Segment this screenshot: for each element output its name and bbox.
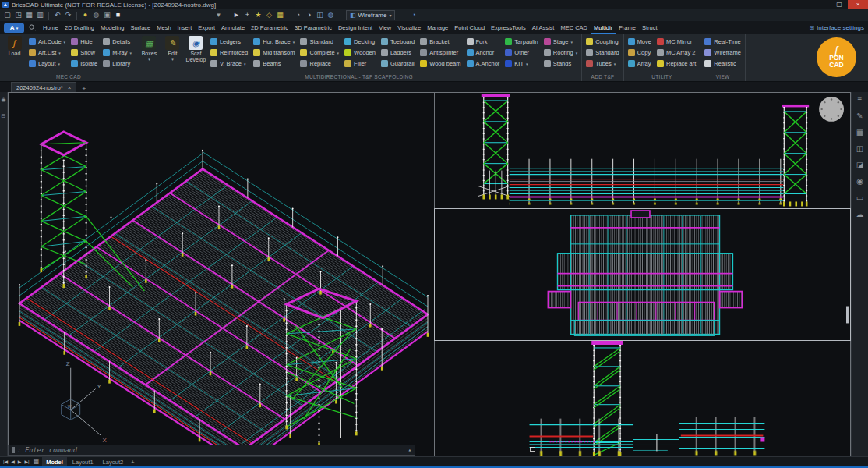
complete-button[interactable]: Complete▾ — [298, 48, 340, 58]
replace-art-button[interactable]: Replace art — [655, 58, 697, 69]
cursor-tool-icon[interactable]: ► — [232, 12, 241, 19]
layout-nav-3-button[interactable]: ▶| — [23, 459, 30, 464]
layout-tab-layout1[interactable]: Layout1 — [69, 457, 97, 466]
realistic-button[interactable]: Realistic — [703, 58, 743, 69]
ribbon-tab-frame[interactable]: Frame — [616, 21, 639, 34]
layout-button[interactable]: Layout▾ — [27, 58, 67, 69]
replace-button[interactable]: Replace — [298, 58, 340, 69]
wireframe-button[interactable]: Wireframe — [703, 48, 743, 58]
viewport-front-elevation[interactable] — [434, 92, 851, 209]
layout-nav-0-button[interactable]: |◀ — [2, 459, 9, 464]
wood-beam-button[interactable]: Wood beam — [418, 58, 462, 69]
move-button[interactable]: Move — [626, 37, 653, 47]
interface-settings-button[interactable]: ⊞ Interface settings — [809, 24, 864, 31]
viewport-side-elevation[interactable] — [434, 340, 851, 456]
save-icon[interactable]: ▦ — [25, 12, 34, 19]
mc-array-2-button[interactable]: MC Array 2 — [655, 48, 697, 58]
tubes-button[interactable]: Tubes▾ — [584, 58, 620, 69]
plan-scrollbar[interactable] — [846, 307, 849, 324]
layout-tab-model[interactable]: Model — [42, 457, 67, 466]
search-icon[interactable] — [29, 24, 36, 31]
ribbon-tab-visualize[interactable]: Visualize — [394, 21, 424, 34]
isolate-button[interactable]: Isolate — [69, 58, 99, 69]
ribbon-tab-expresstools[interactable]: ExpressTools — [488, 21, 529, 34]
filler-button[interactable]: Filler — [343, 58, 377, 69]
hint-pin-icon[interactable]: ◉ — [1, 97, 5, 102]
open-file-icon[interactable]: ◳ — [14, 12, 23, 19]
layout-tab-layout2[interactable]: Layout2 — [99, 457, 128, 466]
v-brace-button[interactable]: V. Brace▾ — [209, 58, 249, 69]
crosshair-tool-icon[interactable]: + — [243, 12, 252, 19]
boxes-button[interactable]: ▦Boxes▾ — [139, 34, 160, 73]
bracket-button[interactable]: Bracket — [418, 37, 462, 47]
ribbon-tab-export[interactable]: Export — [195, 21, 218, 34]
help-icon[interactable]: ◔ — [409, 12, 418, 19]
reinforced-button[interactable]: Reinforced — [209, 48, 249, 58]
new-layout-button[interactable]: + — [129, 459, 136, 466]
mid-transom-button[interactable]: Mid transom — [252, 48, 296, 58]
copy-button[interactable]: Copy — [626, 48, 653, 58]
render-materials-icon[interactable]: ◪ — [856, 161, 863, 169]
annotate-sheets-icon[interactable]: ✎ — [856, 112, 863, 120]
maximize-button[interactable]: ▢ — [831, 0, 848, 9]
library-button[interactable]: Library — [101, 58, 133, 69]
track-tool-icon[interactable]: ◇ — [265, 12, 273, 19]
edit-button[interactable]: ✎Edit▾ — [162, 34, 183, 73]
application-menu-button[interactable]: A ▾ — [4, 23, 24, 33]
qat-overflow-chevron[interactable]: ▾ — [214, 12, 223, 19]
layout-nav-1-button[interactable]: ◀ — [10, 459, 16, 464]
hor-brace-button[interactable]: Hor. Brace▾ — [252, 37, 296, 47]
color-swatch-white[interactable]: ■ — [114, 12, 122, 19]
m-ray-button[interactable]: M-ray▾ — [101, 48, 133, 58]
ledgers-button[interactable]: Ledgers — [209, 37, 249, 47]
lights-icon[interactable]: ◉ — [856, 178, 863, 186]
hide-button[interactable]: Hide — [69, 37, 99, 47]
art-code-button[interactable]: Art.Code▾ — [27, 37, 67, 47]
ribbon-tab-2d-drafting[interactable]: 2D Drafting — [62, 21, 97, 34]
details-button[interactable]: Details — [101, 37, 133, 47]
array-button[interactable]: Array — [626, 58, 653, 69]
ribbon-tab-3d-parametric[interactable]: 3D Parametric — [291, 21, 335, 34]
layout-list-icon[interactable]: ▦ — [34, 459, 40, 465]
ribbon-tab-mesh[interactable]: Mesh — [153, 21, 174, 34]
snap-tool-icon[interactable]: ★ — [254, 12, 263, 19]
command-collapse-chevron-icon[interactable]: ▴ — [408, 447, 411, 453]
standard-button[interactable]: Standard — [298, 37, 340, 47]
attachments-icon[interactable]: ◫ — [856, 145, 863, 153]
display-monitor-icon[interactable]: ▭ — [856, 194, 863, 202]
lamp-status-icon[interactable]: ● — [81, 12, 90, 19]
minimize-button[interactable]: – — [813, 0, 831, 9]
shade-icon[interactable]: ◑ — [305, 12, 313, 19]
viewcube-icon[interactable]: ◫ — [316, 12, 324, 19]
cloud-icon[interactable]: ☁ — [856, 211, 864, 218]
other-button[interactable]: Other — [503, 48, 539, 58]
new-file-icon[interactable]: ▢ — [3, 12, 12, 19]
wooden-button[interactable]: Wooden — [343, 48, 377, 58]
plan-canvas[interactable] — [435, 209, 850, 341]
ribbon-tab-mec-cad[interactable]: MEC CAD — [557, 21, 591, 34]
ribbon-tab-ai-assist[interactable]: AI Assist — [529, 21, 558, 34]
gridsnap-tool-icon[interactable]: ▦ — [276, 12, 284, 19]
viewport-isometric[interactable]: Z Y X W — [8, 92, 435, 456]
real-time-button[interactable]: Real-Time — [703, 37, 743, 47]
dot-status-icon[interactable]: ◍ — [92, 12, 101, 19]
ribbon-tab-struct[interactable]: Struct — [639, 21, 661, 34]
anchor-button[interactable]: Anchor — [465, 48, 502, 58]
isometric-canvas[interactable]: Z Y X W — [9, 93, 434, 456]
ribbon-tab-home[interactable]: Home — [40, 21, 62, 34]
properties-sliders-icon[interactable]: ≡ — [858, 96, 863, 104]
tarpaulin-button[interactable]: Tarpaulin — [503, 37, 539, 47]
undo-icon[interactable]: ↶ — [53, 12, 62, 19]
front-elevation-canvas[interactable] — [435, 93, 850, 209]
toeboard-button[interactable]: Toeboard — [379, 37, 416, 47]
ribbon-tab-point-cloud[interactable]: Point Cloud — [451, 21, 488, 34]
world-icon[interactable]: ◍ — [326, 12, 335, 19]
guardrail-button[interactable]: Guardrail — [379, 58, 416, 69]
stands-button[interactable]: Stands — [542, 58, 579, 69]
ribbon-tab-multidir[interactable]: Multidir — [591, 21, 616, 34]
ladders-button[interactable]: Ladders — [379, 48, 416, 58]
coupling-button[interactable]: Coupling — [584, 37, 620, 47]
viewport-plan[interactable] — [434, 208, 851, 341]
side-elevation-canvas[interactable] — [435, 341, 850, 456]
art-list-button[interactable]: Art.List▾ — [27, 48, 67, 58]
